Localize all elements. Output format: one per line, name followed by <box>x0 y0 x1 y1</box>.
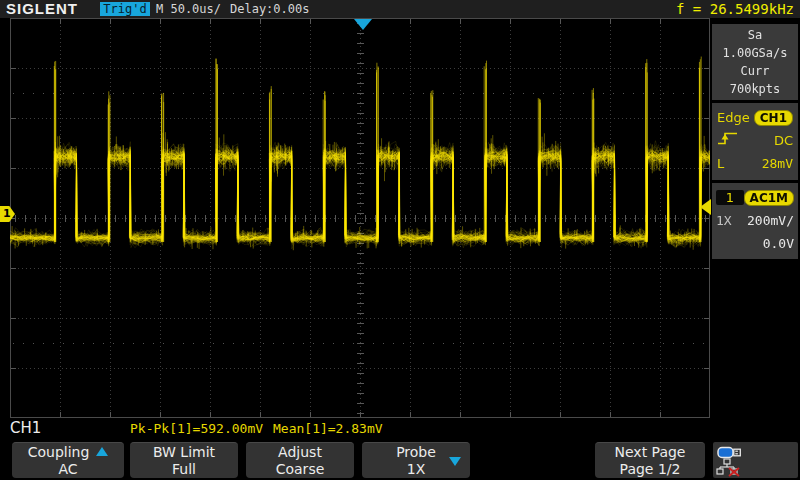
waveform-canvas <box>10 18 710 418</box>
bw-limit-button[interactable]: BW Limit Full <box>130 442 238 478</box>
coupling-button-label: Coupling <box>28 444 90 460</box>
measurement-mean: Mean[1]=2.83mV <box>273 421 383 436</box>
siglent-logo: SIGLENT <box>6 0 78 17</box>
waveform-display <box>10 18 710 418</box>
oscilloscope-screen: SIGLENT Trig'd M 50.0us/ Delay:0.00s f =… <box>0 0 800 480</box>
trigger-type-label: Edge <box>717 110 750 125</box>
timebase-readout[interactable]: M 50.0us/ <box>156 2 221 16</box>
trigger-panel[interactable]: Edge CH1 DC L 28mV <box>712 103 798 180</box>
adjust-button-value: Coarse <box>246 461 354 478</box>
lan-disconnected-icon <box>716 458 740 480</box>
frequency-readout: f = 26.5499kHz <box>676 1 794 17</box>
channel1-probe: 1X <box>716 213 732 228</box>
channel1-status-label: CH1 <box>10 419 41 437</box>
bw-limit-button-value: Full <box>130 461 238 478</box>
trigger-level-value: 28mV <box>762 156 793 171</box>
probe-button[interactable]: Probe 1X <box>362 442 470 478</box>
channel1-scale: 200mV/ <box>747 213 794 228</box>
measurement-pkpk: Pk-Pk[1]=592.00mV <box>130 421 263 436</box>
trigger-position-marker[interactable] <box>354 19 372 30</box>
bw-limit-button-label: BW Limit <box>130 444 238 461</box>
down-arrow-icon <box>449 457 461 466</box>
channel1-panel[interactable]: 1 AC1M 1X 200mV/ 0.0V <box>712 183 798 259</box>
top-bar: SIGLENT Trig'd M 50.0us/ Delay:0.00s f =… <box>0 0 800 18</box>
trigger-coupling: DC <box>774 133 793 148</box>
next-page-button[interactable]: Next Page Page 1/2 <box>595 442 705 478</box>
trigger-source-badge: CH1 <box>754 110 793 126</box>
acquisition-panel: Sa 1.00GSa/s Curr 700kpts <box>712 24 798 100</box>
trigger-level-label: L <box>717 156 724 171</box>
adjust-button[interactable]: Adjust Coarse <box>246 442 354 478</box>
sample-rate: Sa 1.00GSa/s <box>714 26 796 62</box>
adjust-button-label: Adjust <box>246 444 354 461</box>
channel1-offset-marker-label: 1 <box>3 207 11 220</box>
delay-readout[interactable]: Delay:0.00s <box>230 2 309 16</box>
up-arrow-icon <box>96 447 108 456</box>
next-page-button-value: Page 1/2 <box>595 461 705 478</box>
channel1-offset: 0.0V <box>763 236 794 251</box>
channel1-number-chip: 1 <box>716 190 744 205</box>
coupling-button-value: AC <box>12 461 124 478</box>
coupling-button[interactable]: Coupling AC <box>12 442 124 478</box>
channel1-coupling-badge: AC1M <box>744 190 794 206</box>
memory-depth: Curr 700kpts <box>714 62 796 98</box>
trigger-status-badge: Trig'd <box>100 2 150 16</box>
sidebar: Sa 1.00GSa/s Curr 700kpts Edge CH1 DC L … <box>712 24 798 262</box>
rising-edge-icon <box>717 131 739 150</box>
next-page-button-label: Next Page <box>595 444 705 461</box>
io-status-panel <box>713 442 798 478</box>
